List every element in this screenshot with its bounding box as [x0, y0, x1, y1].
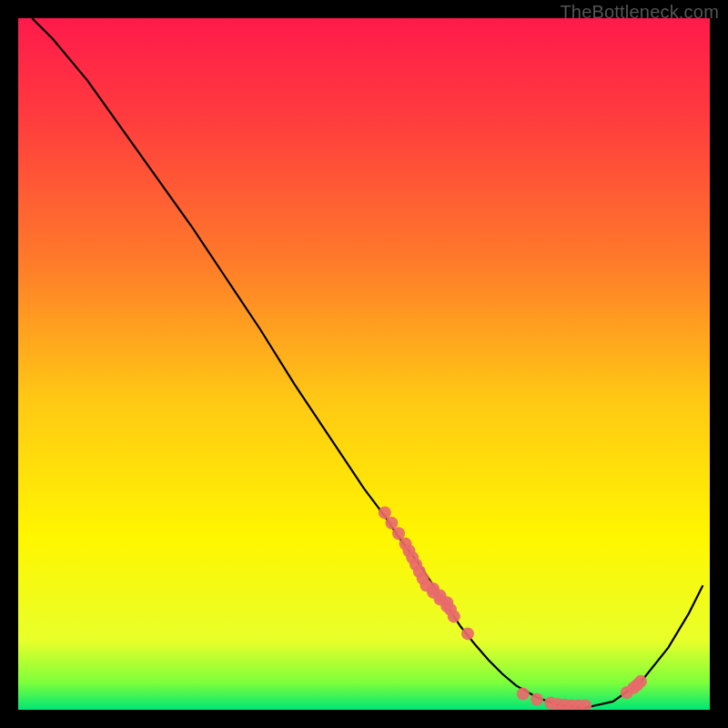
gradient-background: [18, 18, 710, 710]
sample-point: [634, 675, 647, 688]
sample-point: [385, 517, 398, 530]
sample-point: [531, 693, 543, 706]
sample-point: [379, 506, 391, 519]
watermark-text: TheBottleneck.com: [560, 2, 719, 23]
sample-point: [461, 627, 474, 640]
sample-point: [392, 527, 405, 540]
sample-point: [448, 610, 460, 622]
chart-svg: [18, 18, 710, 710]
sample-point: [517, 688, 530, 701]
chart-container: TheBottleneck.com: [0, 0, 728, 728]
plot-area: [18, 18, 710, 710]
